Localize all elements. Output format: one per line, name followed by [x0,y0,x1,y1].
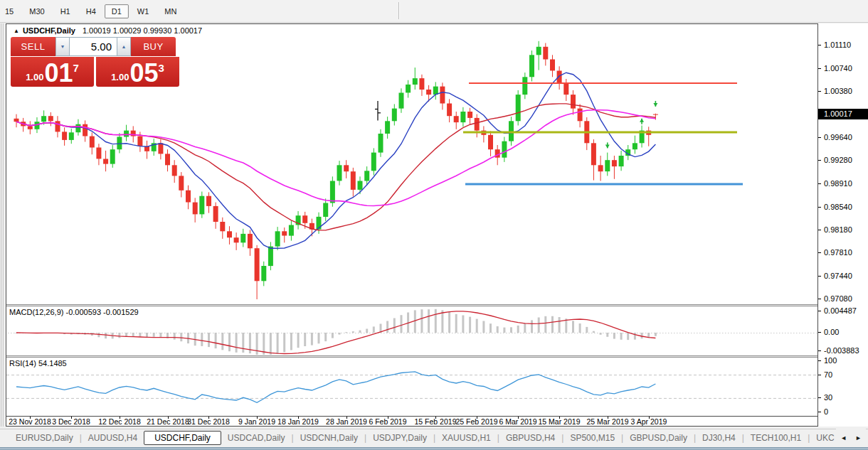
rsi-tick-label: 30 [824,393,832,402]
axis-tick-dash [818,137,821,138]
axis-tick-dash [818,68,821,69]
axis-tick-dash [818,252,821,253]
axis-tick-dash [818,375,821,375]
price-tick-label: 0.99640 [824,133,852,141]
price-panel[interactable]: ▲USDCHF,Daily1.00019 1.00029 0.99930 1.0… [6,24,817,304]
rsi-tick-label: 0 [824,407,828,416]
axis-tick-dash [818,397,821,398]
rsi-tick-label: 70 [824,370,832,379]
buy-price-sup: 3 [159,62,164,74]
rsi-tick-label: 100 [824,356,837,365]
tab-usdjpy-daily[interactable]: USDJPY,Daily [366,431,433,445]
macd-tick-label: 0.00 [824,328,839,336]
tab-tech100-h1[interactable]: TECH100,H1 [744,431,808,445]
macd-panel[interactable]: MACD(12,26,9) -0.000593 -0.001529 [6,306,817,355]
tab-gbpusd-daily[interactable]: GBPUSD,Daily [623,431,694,445]
price-tick-label: 1.01110 [824,41,851,49]
tab-audusd-h4[interactable]: AUDUSD,H4 [82,431,144,445]
macd-indicator-label: MACD(12,26,9) [9,308,63,316]
timeframe-button-mn[interactable]: MN [157,4,184,18]
buy-price-display[interactable]: 1.00 05 3 [96,57,179,87]
timeframe-button-w1[interactable]: W1 [130,4,157,18]
axis-tick-dash [818,299,821,299]
window-left-groove [1,23,4,427]
collapse-panel-icon[interactable]: ▲ [14,28,19,34]
price-tick-label: 1.00740 [824,64,852,73]
price-tick-label: 0.98910 [824,179,852,188]
tab-gbpusd-h4[interactable]: GBPUSD,H4 [499,431,561,445]
buy-price-small: 1.00 [111,72,129,82]
sell-price-display[interactable]: 1.00 01 7 [11,57,94,87]
tab-scroll-right-icon[interactable]: ► [855,434,862,441]
axis-tick-dash [818,350,821,351]
sell-price-sup: 7 [73,62,79,74]
tab-sp500-m15[interactable]: SP500,M15 [563,431,621,445]
one-click-trade-panel: SELL ▼ 5.00 ▲ BUY 1.00 01 7 1.00 05 3 [11,37,180,87]
date-axis[interactable]: 23 Nov 20183 Dec 201812 Dec 201821 Dec 2… [6,416,817,426]
tab-usdcnh-daily[interactable]: USDCNH,Daily [294,431,364,445]
chart-symbol-title: USDCHF,Daily [23,26,75,35]
chart-ohlc-values: 1.00019 1.00029 0.99930 1.00017 [83,26,202,35]
axis-tick-dash [818,360,821,361]
timeframe-button-d1[interactable]: D1 [105,4,129,18]
volume-decrease-icon[interactable]: ▼ [55,37,70,56]
chart-tab-bar: EURUSD,Daily|AUDUSD,H4USDCHF,DailyUSDCAD… [0,429,868,446]
window-bottom-strip [0,447,868,450]
axis-tick-dash [818,45,821,45]
price-axis[interactable]: 1.011101.007401.003800.996400.992800.989… [818,23,868,427]
price-tick-label: 0.97810 [824,248,852,257]
axis-tick-dash [818,276,821,277]
timeframe-button-m30[interactable]: M30 [22,4,51,18]
axis-tick-dash [818,332,821,333]
timeframe-toolbar: 15M30H1H4D1W1MN [0,0,868,23]
toolbar-separator [398,2,400,19]
macd-indicator-values: -0.000593 -0.001529 [65,308,138,316]
macd-label-row: MACD(12,26,9) -0.000593 -0.001529 [9,308,139,316]
timeframe-button-15[interactable]: 15 [1,4,21,18]
mt4-window: 15M30H1H4D1W1MN ▲USDCHF,Daily1.00019 1.0… [0,0,868,450]
volume-input[interactable]: 5.00 [70,37,117,56]
macd-tick-label: 0.004487 [824,306,857,315]
rsi-indicator-value: 54.1485 [38,359,67,368]
rsi-label-row: RSI(14) 54.1485 [9,359,67,368]
tab-xauusd-h1[interactable]: XAUUSD,H1 [435,431,497,445]
timeframe-button-h4[interactable]: H4 [79,4,103,18]
volume-increase-icon[interactable]: ▲ [117,37,131,56]
price-tick-label: 0.97440 [824,272,852,280]
axis-tick-dash [818,230,821,230]
tab-scroll-arrows: ◄ ► [836,429,866,446]
rsi-panel[interactable]: RSI(14) 54.1485 [6,358,817,416]
chart-window: ▲USDCHF,Daily1.00019 1.00029 0.99930 1.0… [6,23,818,427]
date-label: 3 Apr 2019 [620,417,677,426]
axis-tick-dash [818,311,821,311]
sell-price-big: 01 [44,60,73,87]
current-price-tag: 1.00017 [818,109,868,119]
timeframe-button-h1[interactable]: H1 [53,4,78,18]
tab-scroll-left-icon[interactable]: ◄ [840,434,847,441]
axis-tick-dash [818,412,821,412]
tab-usdchf-daily[interactable]: USDCHF,Daily [144,431,221,445]
tab-eurusd-daily[interactable]: EURUSD,Daily [9,431,80,445]
axis-tick-dash [818,183,821,184]
axis-tick-dash [818,160,821,161]
price-tick-label: 1.00380 [824,87,852,95]
tab-dj30-h4[interactable]: DJ30,H4 [696,431,742,445]
sell-button[interactable]: SELL [11,37,55,56]
sell-price-small: 1.00 [26,72,43,82]
axis-tick-dash [818,91,821,92]
rsi-indicator-label: RSI(14) [9,359,36,368]
macd-tick-label: -0.003883 [824,346,859,355]
price-tick-label: 0.98540 [824,203,852,211]
axis-tick-dash [818,207,821,208]
tab-usdcad-daily[interactable]: USDCAD,Daily [221,431,292,445]
price-tick-label: 0.98180 [824,225,852,234]
price-tick-label: 0.99280 [824,156,852,164]
buy-price-big: 05 [129,60,158,87]
rsi-chart-svg[interactable] [6,358,817,416]
buy-button[interactable]: BUY [131,37,176,56]
price-tick-label: 0.97080 [824,294,852,303]
chart-title-row: ▲USDCHF,Daily1.00019 1.00029 0.99930 1.0… [14,26,202,35]
